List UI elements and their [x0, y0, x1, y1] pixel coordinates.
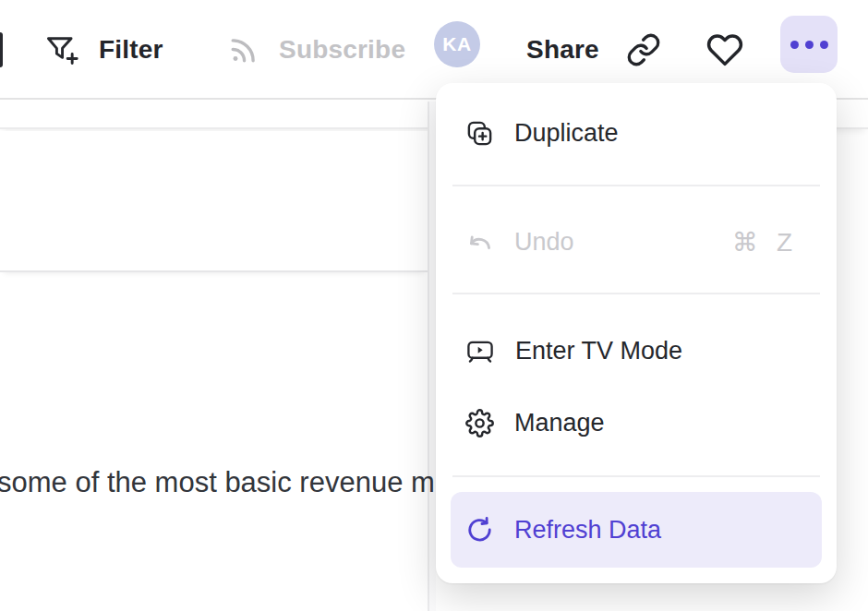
tv-play-icon	[465, 337, 495, 365]
subscribe-button[interactable]: Subscribe	[227, 0, 405, 100]
menu-item-duplicate[interactable]: Duplicate	[451, 98, 822, 168]
menu-item-refresh-data[interactable]: Refresh Data	[451, 492, 822, 568]
rss-icon	[227, 33, 260, 66]
menu-divider	[452, 185, 820, 186]
menu-item-label: Refresh Data	[514, 516, 661, 545]
content-right-edge	[428, 102, 436, 611]
menu-divider	[452, 475, 820, 477]
menu-item-label: Duplicate	[514, 119, 619, 148]
screen: some of the most basic revenue m Filter …	[0, 0, 868, 611]
menu-item-manage[interactable]: Manage	[451, 386, 822, 460]
avatar[interactable]: KA	[434, 21, 480, 67]
menu-item-label: Undo	[514, 228, 574, 257]
menu-item-label: Enter TV Mode	[515, 337, 682, 365]
cropped-left-icon	[0, 32, 3, 67]
menu-divider	[452, 293, 820, 294]
ellipsis-icon	[790, 41, 799, 49]
gear-icon	[465, 409, 494, 437]
menu-item-enter-tv-mode[interactable]: Enter TV Mode	[451, 316, 822, 386]
more-options-menu: Duplicate Undo ⌘ Z Enter TV Mode	[436, 83, 837, 583]
keyboard-shortcut: ⌘ Z	[732, 227, 798, 258]
refresh-icon	[465, 516, 494, 545]
filter-button[interactable]: Filter	[44, 0, 163, 100]
link-icon	[626, 32, 661, 67]
subscribe-label: Subscribe	[279, 35, 405, 65]
filter-plus-icon	[44, 33, 79, 66]
content-card	[0, 131, 428, 272]
avatar-initials: KA	[442, 33, 471, 55]
menu-item-label: Manage	[514, 409, 605, 437]
more-options-button[interactable]	[780, 16, 838, 73]
share-label: Share	[526, 35, 599, 65]
undo-icon	[465, 228, 494, 257]
duplicate-icon	[465, 119, 494, 148]
filter-label: Filter	[99, 35, 163, 65]
heart-icon	[705, 31, 744, 68]
menu-item-undo[interactable]: Undo ⌘ Z	[451, 207, 822, 277]
